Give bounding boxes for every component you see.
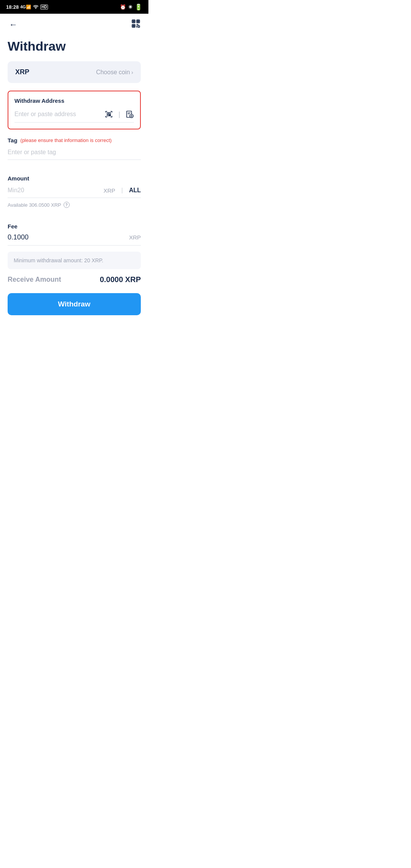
tag-warning: (please ensure that information is corre… — [21, 137, 112, 143]
fee-currency: XRP — [129, 234, 141, 241]
available-text: Available 306.0500 XRP ? — [8, 202, 141, 208]
withdraw-address-box: Withdraw Address | — [8, 91, 141, 129]
choose-coin-label: Choose coin › — [96, 69, 133, 76]
coin-selector[interactable]: XRP Choose coin › — [8, 61, 141, 83]
svg-rect-8 — [109, 112, 111, 114]
status-signal: 4G📶 — [20, 5, 31, 10]
amount-divider: | — [121, 187, 123, 194]
receive-row: Receive Amount 0.0000 XRP — [0, 269, 148, 290]
address-input-row: | — [14, 110, 134, 118]
notice-text: Minimum withdrawal amount: 20 XRP. — [14, 257, 104, 263]
status-left: 18:28 4G📶 HD — [6, 4, 48, 10]
receive-amount-value: 0.0000 XRP — [100, 275, 141, 284]
svg-rect-7 — [107, 112, 109, 114]
receive-label: Receive Amount — [8, 276, 61, 284]
tag-input[interactable] — [8, 149, 141, 160]
notice-box: Minimum withdrawal amount: 20 XRP. — [8, 252, 141, 269]
header: ← — [0, 14, 148, 36]
bluetooth-icon: ✳ — [128, 4, 132, 10]
battery-icon: 🔋 — [135, 3, 142, 11]
tag-section: Tag (please ensure that information is c… — [0, 129, 148, 160]
svg-rect-9 — [107, 115, 109, 116]
coin-name: XRP — [15, 68, 29, 76]
status-right: ⏰ ✳ 🔋 — [120, 3, 142, 11]
tag-label: Tag (please ensure that information is c… — [8, 137, 141, 144]
svg-rect-4 — [137, 21, 139, 22]
status-time: 18:28 — [6, 4, 19, 10]
address-underline — [14, 122, 134, 123]
amount-row: XRP | ALL — [8, 187, 141, 198]
input-divider: | — [118, 110, 120, 118]
info-icon: ? — [64, 202, 70, 208]
all-button[interactable]: ALL — [129, 187, 141, 194]
fee-label: Fee — [8, 223, 141, 230]
page-title: Withdraw — [0, 36, 148, 61]
alarm-icon: ⏰ — [120, 4, 126, 10]
withdraw-button[interactable]: Withdraw — [8, 293, 141, 315]
svg-rect-10 — [109, 115, 111, 116]
status-bar: 18:28 4G📶 HD ⏰ ✳ 🔋 — [0, 0, 148, 14]
amount-input[interactable] — [8, 187, 100, 194]
address-input[interactable] — [14, 111, 101, 118]
back-button[interactable]: ← — [8, 18, 19, 31]
scan-qr-icon[interactable] — [131, 19, 141, 31]
amount-label: Amount — [8, 175, 141, 182]
status-wifi — [33, 4, 39, 10]
address-label: Withdraw Address — [14, 97, 134, 104]
bookmark-address-icon[interactable] — [126, 110, 134, 118]
fee-row: 0.1000 XRP — [8, 233, 141, 246]
svg-rect-5 — [133, 25, 134, 26]
fee-amount: 0.1000 — [8, 233, 29, 241]
svg-rect-3 — [133, 21, 134, 22]
fee-section: Fee 0.1000 XRP — [0, 208, 148, 246]
scan-address-icon[interactable] — [105, 110, 113, 118]
amount-currency: XRP — [104, 187, 115, 194]
amount-section: Amount XRP | ALL Available 306.0500 XRP … — [0, 168, 148, 208]
chevron-right-icon: › — [131, 69, 133, 75]
status-hd: HD — [40, 5, 48, 10]
